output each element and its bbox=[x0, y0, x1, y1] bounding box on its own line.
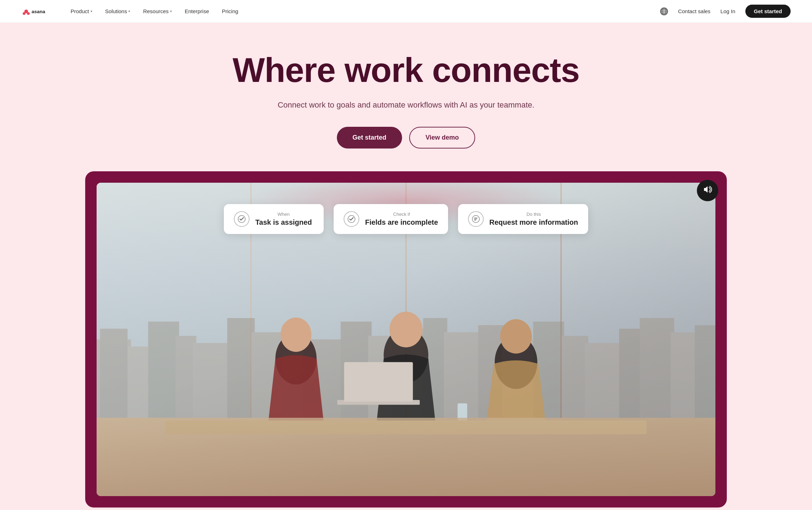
check-circle-icon bbox=[344, 211, 359, 227]
sound-button[interactable] bbox=[697, 180, 718, 201]
nav-enterprise[interactable]: Enterprise bbox=[185, 8, 209, 14]
nav-links: Product ▾ Solutions ▾ Resources ▾ Enterp… bbox=[71, 8, 660, 14]
hero-get-started-button[interactable]: Get started bbox=[337, 127, 402, 149]
chevron-down-icon: ▾ bbox=[91, 9, 92, 13]
nav-pricing[interactable]: Pricing bbox=[222, 8, 238, 14]
workflow-card-when: When Task is assigned bbox=[224, 204, 324, 234]
workflow-cards: When Task is assigned Check if Field bbox=[97, 204, 715, 234]
svg-point-35 bbox=[281, 317, 312, 352]
contact-sales-link[interactable]: Contact sales bbox=[678, 8, 710, 14]
svg-text:asana: asana bbox=[32, 9, 46, 14]
workflow-card-do: Do this Request more information bbox=[458, 204, 588, 234]
logo[interactable]: asana bbox=[21, 6, 53, 17]
card-do-label: Do this bbox=[489, 212, 578, 217]
card-check-content: Check if Fields are incomplete bbox=[365, 212, 438, 227]
video-frame[interactable]: When Task is assigned Check if Field bbox=[97, 183, 715, 496]
hero-view-demo-button[interactable]: View demo bbox=[409, 127, 476, 149]
hero-section: Where work connects Connect work to goal… bbox=[0, 23, 812, 510]
video-container: When Task is assigned Check if Field bbox=[85, 171, 727, 508]
chevron-down-icon: ▾ bbox=[170, 9, 172, 13]
svg-point-1 bbox=[23, 12, 26, 15]
login-link[interactable]: Log In bbox=[720, 8, 735, 14]
nav-product[interactable]: Product ▾ bbox=[71, 8, 92, 14]
card-when-content: When Task is assigned bbox=[255, 212, 312, 227]
svg-point-2 bbox=[27, 12, 30, 15]
chevron-down-icon: ▾ bbox=[128, 9, 130, 13]
card-when-title: Task is assigned bbox=[255, 218, 312, 227]
table-surface bbox=[97, 418, 715, 496]
comment-circle-icon bbox=[468, 211, 484, 227]
card-do-title: Request more information bbox=[489, 218, 578, 227]
navigation: asana Product ▾ Solutions ▾ Resources ▾ … bbox=[0, 0, 812, 23]
nav-resources[interactable]: Resources ▾ bbox=[143, 8, 172, 14]
svg-point-39 bbox=[500, 319, 532, 353]
card-check-title: Fields are incomplete bbox=[365, 218, 438, 227]
hero-buttons: Get started View demo bbox=[21, 127, 791, 149]
sound-on-icon bbox=[703, 184, 713, 197]
hero-title: Where work connects bbox=[21, 51, 791, 89]
nav-solutions[interactable]: Solutions ▾ bbox=[105, 8, 130, 14]
nav-get-started-button[interactable]: Get started bbox=[745, 5, 791, 18]
hero-subtitle: Connect work to goals and automate workf… bbox=[21, 100, 791, 110]
globe-icon[interactable] bbox=[660, 7, 668, 15]
card-do-content: Do this Request more information bbox=[489, 212, 578, 227]
card-when-label: When bbox=[255, 212, 312, 217]
check-circle-icon bbox=[234, 211, 250, 227]
workflow-card-check: Check if Fields are incomplete bbox=[334, 204, 448, 234]
card-check-label: Check if bbox=[365, 212, 438, 217]
svg-point-37 bbox=[390, 312, 423, 347]
nav-right: Contact sales Log In Get started bbox=[660, 5, 791, 18]
svg-rect-41 bbox=[344, 362, 413, 401]
